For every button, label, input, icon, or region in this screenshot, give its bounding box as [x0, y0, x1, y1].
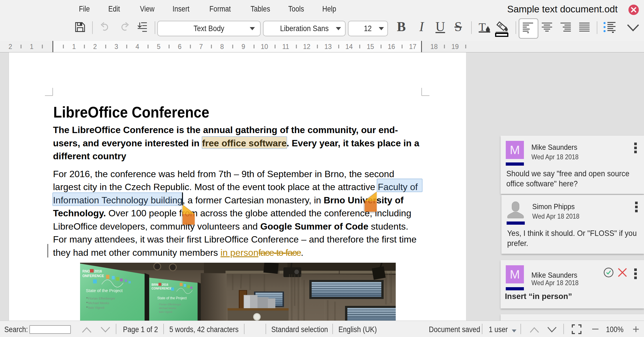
svg-text:Michael Meeks: Michael Meeks: [88, 301, 109, 305]
svg-text:Italo Vignoli: Italo Vignoli: [159, 311, 172, 313]
svg-text:RNO: RNO: [82, 269, 90, 273]
svg-text:Florian Effenberger: Florian Effenberger: [159, 303, 181, 306]
svg-text:State of the Project: State of the Project: [157, 296, 187, 300]
svg-text:Florian Effenberger: Florian Effenberger: [88, 297, 115, 300]
svg-text:State of the Project: State of the Project: [86, 288, 123, 293]
svg-text:Italo Vignoli: Italo Vignoli: [88, 306, 105, 309]
svg-text:ONFERENCE: ONFERENCE: [82, 274, 104, 278]
svg-text:CONFERENCE: CONFERENCE: [151, 287, 172, 290]
svg-text:Michael Meeks: Michael Meeks: [159, 307, 177, 310]
svg-text:2016: 2016: [162, 283, 168, 286]
svg-text:2016: 2016: [94, 269, 102, 273]
